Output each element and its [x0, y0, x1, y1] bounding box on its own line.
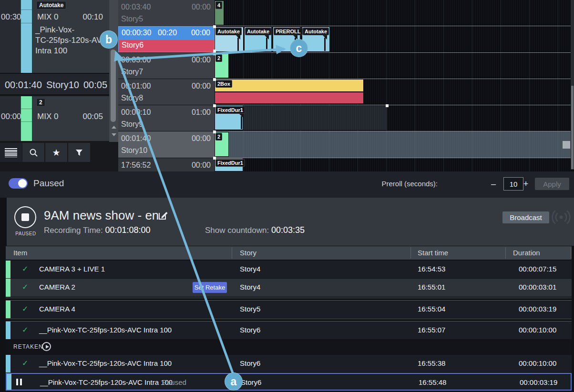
story-list-panel: 00:03:40 00:00 Story5 00:00:30 00:20 00:…: [118, 0, 215, 171]
stop-button[interactable]: [14, 206, 36, 228]
annotation-b: b: [100, 30, 118, 49]
item-paused-status: Paused: [162, 378, 186, 386]
status-bar: [6, 322, 10, 339]
preroll-label: Preroll (seconds):: [381, 180, 438, 188]
column-header-item[interactable]: Item: [13, 249, 27, 257]
broadcast-button[interactable]: Broadcast: [502, 211, 549, 223]
item-start-time: 16:54:53: [418, 265, 445, 273]
preroll-decrement-button[interactable]: –: [489, 177, 498, 191]
story-summary-header[interactable]: 00:01:40 Story10 00:05: [0, 73, 110, 95]
selection-handle[interactable]: [213, 25, 216, 28]
story-start: 00:01:40: [121, 134, 151, 143]
timeline-clip-story10[interactable]: 2: [215, 132, 229, 157]
story-row-story5[interactable]: 00:03:40 00:00 Story5: [118, 0, 215, 26]
clip-duration: 00:10: [82, 12, 103, 22]
selection-handle[interactable]: [213, 52, 216, 55]
timeline-clip-fixeddur-1[interactable]: FixedDur1: [215, 105, 243, 130]
status-bar: [6, 279, 10, 297]
items-table-header: Item Story Start time Duration: [6, 246, 572, 260]
clip-track-bar[interactable]: [21, 96, 32, 141]
selection-handle[interactable]: [213, 157, 216, 160]
story-name: Story5: [121, 15, 143, 23]
retaken-group-row[interactable]: RETAKEN: [6, 340, 572, 354]
item-story: Story5: [240, 305, 260, 313]
timeline-bar-2box[interactable]: 2Box: [215, 79, 364, 92]
search-button[interactable]: [22, 143, 44, 162]
story-offset: 00:00: [192, 134, 211, 143]
story-row-story7[interactable]: 00:03:00 00:00 Story7: [118, 52, 215, 79]
set-retake-button[interactable]: Set Retake: [193, 282, 227, 293]
table-row-camera4[interactable]: ✓ CAMERA 4 Story5 16:55:04 00:00:03:19: [6, 301, 572, 318]
clip-badge: Autotake: [303, 28, 329, 35]
scroll-down-icon[interactable]: [112, 133, 116, 136]
preroll-increment-button[interactable]: +: [522, 177, 530, 191]
selection-handle[interactable]: [213, 78, 216, 81]
paused-toggle[interactable]: [9, 178, 28, 189]
story-row-next[interactable]: 17:56:52 00:00: [118, 158, 215, 171]
favorites-button[interactable]: ★: [45, 143, 67, 162]
column-header-start-time[interactable]: Start time: [418, 249, 448, 257]
story-offset: 00:00: [192, 82, 211, 90]
filter-button[interactable]: [68, 143, 90, 162]
clip-name-line2: TC-25fps-120s-AVC: [35, 35, 108, 46]
filter-icon: [75, 149, 83, 156]
table-row-camera2[interactable]: ✓ CAMERA 2 Set Retake Story4 16:55:01 00…: [6, 279, 572, 297]
item-duration: 00:00:03:19: [520, 378, 557, 386]
apply-button[interactable]: Apply: [535, 178, 569, 190]
item-duration: 00:00:10:00: [519, 326, 556, 334]
clip-number-badge: 2: [36, 98, 45, 107]
timeline-clip-story7[interactable]: 2: [215, 53, 229, 78]
timeline-drag-handle[interactable]: [563, 141, 570, 149]
edit-title-icon[interactable]: [158, 211, 168, 220]
timeline-canvas[interactable]: 4 Autotake Autotake PREROLL Autotake 2 2…: [215, 0, 574, 171]
play-icon[interactable]: [42, 342, 51, 351]
story-row-story10-highlighted[interactable]: 00:01:40 00:00 Story10: [118, 131, 215, 158]
recording-time: Recording Time: 00:01:08:00: [44, 225, 151, 235]
clip-badge: Autotake: [215, 28, 242, 35]
clip-detail-bottom[interactable]: 00:00 2 MIX 0 00:05: [0, 96, 110, 141]
timeline-scrollbar[interactable]: [571, 0, 574, 170]
item-start-time: 16:55:38: [418, 359, 445, 367]
timeline-clip-autotake-2[interactable]: Autotake: [244, 27, 272, 52]
column-header-duration[interactable]: Duration: [513, 249, 540, 257]
scrollbar-thumb[interactable]: [571, 86, 574, 169]
clip-detail-top[interactable]: 00:30 Autotake MIX 0 00:10 _Pink-Vox- TC…: [0, 0, 110, 73]
clip-badge: FixedDur1: [215, 106, 245, 114]
preroll-input[interactable]: [503, 177, 523, 191]
timeline-clip-autotake-1[interactable]: Autotake: [215, 27, 244, 52]
show-countdown: Show countdown: 00:03:35: [205, 225, 305, 235]
status-bar: [6, 301, 10, 318]
story-row-story9[interactable]: 00:00:10 01:00 Story9: [118, 105, 215, 131]
table-row-pinkvox-2[interactable]: ✓ __Pink-Vox-TC-25fps-120s-AVC Intra 100…: [6, 355, 572, 372]
table-row-pinkvox-1[interactable]: ✓ __Pink-Vox-TC-25fps-120s-AVC Intra 100…: [6, 322, 572, 339]
story-row-story8[interactable]: 00:01:00 00:00 Story8: [118, 79, 215, 105]
story-name: Story7: [121, 68, 143, 76]
selection-handle[interactable]: [213, 131, 216, 133]
story10-highlight-band[interactable]: [215, 131, 574, 158]
selection-handle[interactable]: [386, 104, 389, 107]
status-bar: [6, 355, 10, 372]
item-start-time: 16:55:04: [418, 305, 445, 313]
story-start: 00:00:10: [121, 108, 151, 117]
list-view-button[interactable]: [0, 143, 22, 162]
scroll-up-icon[interactable]: [112, 126, 116, 129]
table-row-pinkvox-paused-selected[interactable]: __Pink-Vox-TC-25fps-120s-AVC Intra 100 P…: [6, 373, 572, 391]
column-header-story[interactable]: Story: [240, 249, 256, 257]
story-row-story6-selected[interactable]: 00:00:30 00:20 00:00 Story6: [118, 26, 215, 52]
scrollbar-thumb[interactable]: [111, 50, 116, 122]
clip-badge: 2Box: [215, 80, 232, 88]
timeline-clip-story5[interactable]: 4: [215, 0, 224, 25]
clip-time-column: [0, 0, 20, 73]
item-duration: 00:00:10:00: [519, 359, 556, 367]
clip-name-line1: _Pink-Vox-: [35, 25, 74, 35]
timeline-bar-story8-red[interactable]: [215, 92, 364, 104]
story-name: Story8: [121, 94, 143, 102]
clip-track-bar[interactable]: [21, 0, 32, 73]
table-row-camera3[interactable]: ✓ CAMERA 3 + LIVE 1 Story4 16:54:53 00:0…: [6, 261, 572, 278]
timeline-clip-fixeddur-2[interactable]: FixedDur1: [215, 158, 243, 171]
check-icon: ✓: [22, 304, 28, 313]
inspector-scrollbar[interactable]: [109, 0, 118, 142]
status-bar: [6, 261, 10, 278]
story-header-time: 00:01:40: [5, 80, 42, 90]
selection-handle[interactable]: [213, 104, 216, 107]
